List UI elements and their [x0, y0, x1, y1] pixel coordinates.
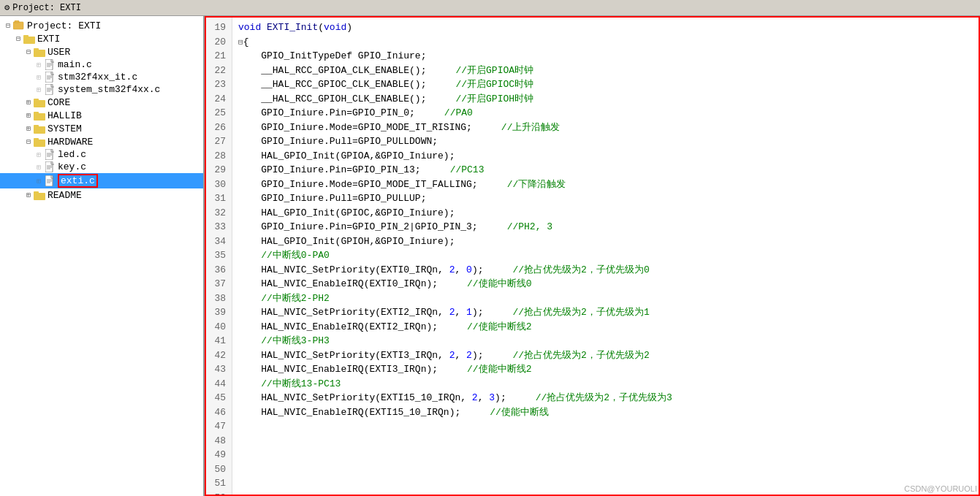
tree-item-system-folder[interactable]: ⊞SYSTEM — [0, 122, 203, 135]
tree-item-core-folder[interactable]: ⊞CORE — [0, 96, 203, 109]
svg-rect-1 — [15, 20, 19, 23]
expand-icon: ⊞ — [23, 190, 34, 200]
line-number: 45 — [210, 391, 227, 405]
svg-rect-0 — [13, 22, 23, 29]
svg-rect-22 — [34, 126, 45, 134]
line-number: 50 — [210, 462, 227, 477]
tree-item-label: main.c — [58, 59, 92, 70]
line-number: 51 — [210, 476, 227, 491]
svg-rect-25 — [34, 138, 39, 140]
expand-icon: ⊞ — [34, 150, 44, 160]
code-line: //中断线3-PH3 — [238, 334, 973, 348]
tree-item-label: SYSTEM — [48, 123, 82, 134]
line-number: 39 — [210, 305, 227, 320]
folder-icon — [34, 46, 45, 58]
line-number: 47 — [210, 419, 227, 434]
code-line: __HAL_RCC_GPIOA_CLK_ENABLE();//开启GPIOA时钟 — [238, 64, 973, 78]
title-bar: ⚙ Project: EXTI — [0, 0, 980, 16]
svg-rect-20 — [34, 113, 45, 121]
svg-rect-38 — [34, 193, 45, 200]
title-label: Project: EXTI — [12, 3, 81, 13]
code-line: HAL_NVIC_EnableIRQ(EXTI3_IRQn);//使能中断线2 — [238, 362, 973, 377]
code-line: //中断线0-PA0 — [238, 248, 973, 263]
line-number: 30 — [210, 178, 227, 192]
code-line: GPIO_Iniure.Pull=GPIO_PULLUP; — [238, 191, 973, 206]
code-line: __HAL_RCC_GPIOC_CLK_ENABLE();//开启GPIOC时钟 — [238, 77, 973, 92]
line-number: 33 — [210, 220, 227, 234]
line-number: 25 — [210, 106, 227, 121]
code-line: __HAL_RCC_GPIOH_CLK_ENABLE();//开启GPIOH时钟 — [238, 92, 973, 107]
line-number: 23 — [210, 77, 227, 92]
tree-item-label: HALLIB — [48, 110, 82, 121]
line-number: 48 — [210, 434, 227, 449]
folder-icon — [23, 33, 35, 45]
code-line: GPIO_Iniure.Pin=GPIO_PIN_0;//PA0 — [238, 106, 973, 121]
code-line: HAL_NVIC_EnableIRQ(EXTI15_10_IRQn);//使能中… — [238, 405, 973, 420]
line-number: 19 — [210, 20, 227, 35]
line-number: 41 — [210, 334, 227, 348]
line-number: 21 — [210, 49, 227, 64]
folder-icon — [34, 96, 45, 108]
svg-rect-5 — [34, 48, 39, 50]
tree-item-hallib-folder[interactable]: ⊞HALLIB — [0, 109, 203, 122]
code-editor[interactable]: 1920212223242526272829303132333435363738… — [205, 16, 980, 496]
code-line: HAL_NVIC_SetPriority(EXTI0_IRQn, 2, 0);/… — [238, 263, 973, 278]
line-number: 35 — [210, 248, 227, 263]
folder-icon — [34, 110, 45, 121]
tree-item-exti-root[interactable]: ⊟EXTI — [0, 32, 203, 45]
tree-item-user-folder[interactable]: ⊟USER — [0, 45, 203, 58]
tree-item-main-c[interactable]: ⊞main.c — [0, 58, 203, 71]
expand-icon: ⊞ — [34, 85, 44, 95]
line-number: 49 — [210, 448, 227, 462]
line-number: 22 — [210, 64, 227, 78]
line-number: 34 — [210, 234, 227, 249]
tree-item-system-stm32[interactable]: ⊞system_stm32f4xx.c — [0, 83, 203, 96]
tree-item-label: stm32f4xx_it.c — [58, 72, 137, 83]
code-line: GPIO_Iniure.Pin=GPIO_PIN_2|GPIO_PIN_3;//… — [238, 220, 973, 234]
line-number: 27 — [210, 134, 227, 149]
line-number: 20 — [210, 35, 227, 50]
svg-rect-23 — [34, 125, 39, 127]
expand-icon: ⊟ — [13, 34, 23, 44]
tree-item-exti-c[interactable]: ⊞exti.c — [0, 173, 203, 188]
line-number: 28 — [210, 149, 227, 164]
svg-rect-2 — [23, 37, 35, 44]
expand-icon: ⊞ — [23, 97, 34, 107]
code-line: //中断线2-PH2 — [238, 291, 973, 306]
tree-item-label: led.c — [58, 149, 86, 160]
code-line: //中断线13-PC13 — [238, 377, 973, 392]
line-number: 40 — [210, 320, 227, 335]
code-line: HAL_NVIC_SetPriority(EXTI15_10_IRQn, 2, … — [238, 391, 973, 405]
tree-item-stm32f4xx-it[interactable]: ⊞stm32f4xx_it.c — [0, 71, 203, 83]
code-line: GPIO_Iniure.Pull=GPIO_PULLDOWN; — [238, 134, 973, 149]
expand-icon: ⊞ — [23, 123, 34, 134]
line-number: 43 — [210, 362, 227, 377]
code-line: GPIO_InitTypeDef GPIO_Iniure; — [238, 49, 973, 64]
line-number: 52 — [210, 491, 227, 497]
file-icon — [44, 60, 56, 70]
tree-item-led-c[interactable]: ⊞led.c — [0, 148, 203, 161]
tree-item-key-c[interactable]: ⊞key.c — [0, 161, 203, 173]
code-line: HAL_NVIC_SetPriority(EXTI2_IRQn, 2, 1);/… — [238, 305, 973, 320]
svg-rect-3 — [23, 35, 29, 37]
line-number: 42 — [210, 348, 227, 363]
svg-rect-39 — [34, 191, 39, 194]
code-line: HAL_NVIC_SetPriority(EXTI3_IRQn, 2, 2);/… — [238, 348, 973, 363]
expand-icon: ⊞ — [34, 72, 44, 83]
svg-rect-24 — [34, 140, 45, 147]
svg-rect-19 — [34, 99, 39, 101]
code-content: void EXTI_Init(void)⊟{ GPIO_InitTypeDef … — [232, 18, 979, 495]
expand-icon: ⊞ — [34, 176, 44, 186]
file-icon — [44, 150, 56, 160]
tree-item-hardware-folder[interactable]: ⊟HARDWARE — [0, 135, 203, 148]
tree-item-readme-folder[interactable]: ⊞README — [0, 188, 203, 202]
code-line: HAL_GPIO_Init(GPIOH,&GPIO_Iniure); — [238, 234, 973, 249]
line-number: 44 — [210, 377, 227, 392]
code-line: HAL_NVIC_EnableIRQ(EXTI0_IRQn);//使能中断线0 — [238, 277, 973, 291]
code-line: GPIO_Iniure.Mode=GPIO_MODE_IT_FALLING;//… — [238, 178, 973, 192]
line-number: 31 — [210, 191, 227, 206]
expand-icon: ⊟ — [23, 137, 34, 147]
tree-item-project-root[interactable]: ⊟Project: EXTI — [0, 19, 203, 32]
main-area: ⊟Project: EXTI⊟EXTI⊟USER⊞main.c⊞stm32f4x… — [0, 16, 980, 496]
line-number: 36 — [210, 263, 227, 278]
